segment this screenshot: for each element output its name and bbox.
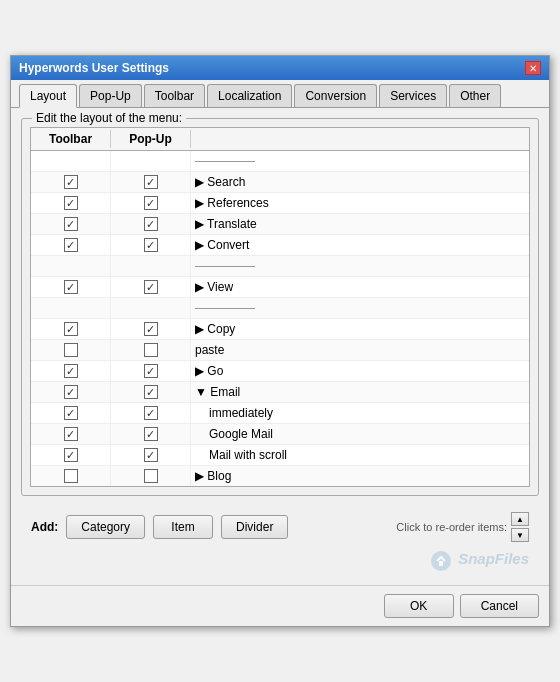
cell-item: ▶ Translate: [191, 216, 529, 232]
cell-popup[interactable]: [111, 193, 191, 213]
toolbar-checkbox[interactable]: [64, 175, 78, 189]
popup-checkbox[interactable]: [144, 196, 158, 210]
cell-toolbar[interactable]: [31, 424, 111, 444]
cell-popup[interactable]: [111, 403, 191, 423]
category-button[interactable]: Category: [66, 515, 145, 539]
cell-popup[interactable]: [111, 298, 191, 318]
popup-checkbox[interactable]: [144, 448, 158, 462]
cell-popup[interactable]: [111, 277, 191, 297]
item-button[interactable]: Item: [153, 515, 213, 539]
item-divider: [195, 308, 255, 309]
popup-checkbox[interactable]: [144, 343, 158, 357]
ok-button[interactable]: OK: [384, 594, 454, 618]
cell-toolbar[interactable]: [31, 256, 111, 276]
cell-popup[interactable]: [111, 466, 191, 486]
cell-toolbar[interactable]: [31, 445, 111, 465]
cell-item: paste: [191, 342, 529, 358]
cell-popup[interactable]: [111, 151, 191, 171]
toolbar-checkbox[interactable]: [64, 406, 78, 420]
item-label: ▶ View: [195, 280, 233, 294]
toolbar-checkbox[interactable]: [64, 343, 78, 357]
tab-conversion[interactable]: Conversion: [294, 84, 377, 107]
table-row: ▶ Convert: [31, 235, 529, 256]
tab-layout[interactable]: Layout: [19, 84, 77, 108]
toolbar-checkbox[interactable]: [64, 238, 78, 252]
popup-checkbox[interactable]: [144, 385, 158, 399]
toolbar-checkbox[interactable]: [64, 427, 78, 441]
cell-popup[interactable]: [111, 340, 191, 360]
cell-popup[interactable]: [111, 214, 191, 234]
cell-popup[interactable]: [111, 382, 191, 402]
cell-toolbar[interactable]: [31, 361, 111, 381]
reorder-up-button[interactable]: ▲: [511, 512, 529, 526]
popup-checkbox[interactable]: [144, 280, 158, 294]
toolbar-checkbox[interactable]: [64, 364, 78, 378]
popup-checkbox[interactable]: [144, 364, 158, 378]
cell-item: ▶ Search: [191, 174, 529, 190]
tab-services[interactable]: Services: [379, 84, 447, 107]
cell-popup[interactable]: [111, 256, 191, 276]
item-label: ▶ Copy: [195, 322, 235, 336]
cell-toolbar[interactable]: [31, 193, 111, 213]
cell-toolbar[interactable]: [31, 277, 111, 297]
popup-checkbox[interactable]: [144, 217, 158, 231]
table-row: ▶ Translate: [31, 214, 529, 235]
cell-toolbar[interactable]: [31, 235, 111, 255]
reorder-down-button[interactable]: ▼: [511, 528, 529, 542]
item-label: paste: [195, 343, 224, 357]
table-row: ▶ Copy: [31, 319, 529, 340]
reorder-area: Click to re-order items: ▲ ▼: [396, 512, 529, 542]
popup-checkbox[interactable]: [144, 406, 158, 420]
popup-checkbox[interactable]: [144, 175, 158, 189]
group-box: Edit the layout of the menu: Toolbar Pop…: [21, 118, 539, 496]
divider-button[interactable]: Divider: [221, 515, 288, 539]
cell-popup[interactable]: [111, 361, 191, 381]
item-label: immediately: [195, 406, 273, 420]
toolbar-checkbox[interactable]: [64, 322, 78, 336]
header-popup: Pop-Up: [111, 130, 191, 148]
cell-toolbar[interactable]: [31, 403, 111, 423]
cell-popup[interactable]: [111, 319, 191, 339]
toolbar-checkbox[interactable]: [64, 196, 78, 210]
popup-checkbox[interactable]: [144, 469, 158, 483]
cell-popup[interactable]: [111, 424, 191, 444]
cell-toolbar[interactable]: [31, 172, 111, 192]
toolbar-checkbox[interactable]: [64, 217, 78, 231]
tab-toolbar[interactable]: Toolbar: [144, 84, 205, 107]
cell-toolbar[interactable]: [31, 340, 111, 360]
svg-rect-1: [439, 561, 443, 566]
cancel-button[interactable]: Cancel: [460, 594, 539, 618]
toolbar-checkbox[interactable]: [64, 280, 78, 294]
cell-popup[interactable]: [111, 445, 191, 465]
snapfiles-text: SnapFiles: [458, 550, 529, 567]
cell-toolbar[interactable]: [31, 214, 111, 234]
popup-checkbox[interactable]: [144, 427, 158, 441]
cell-toolbar[interactable]: [31, 151, 111, 171]
table-row: ▶ Go: [31, 361, 529, 382]
reorder-buttons: ▲ ▼: [511, 512, 529, 542]
item-label: Google Mail: [195, 427, 273, 441]
toolbar-checkbox[interactable]: [64, 385, 78, 399]
table-body[interactable]: ▶ Search▶ References▶ Translate▶ Convert…: [31, 151, 529, 486]
item-label: Mail with scroll: [195, 448, 287, 462]
tab-other[interactable]: Other: [449, 84, 501, 107]
group-legend: Edit the layout of the menu:: [32, 111, 186, 125]
cell-item: ▶ Go: [191, 363, 529, 379]
close-button[interactable]: ✕: [525, 61, 541, 75]
cell-item: Mail with scroll: [191, 447, 529, 463]
toolbar-checkbox[interactable]: [64, 469, 78, 483]
popup-checkbox[interactable]: [144, 322, 158, 336]
cell-popup[interactable]: [111, 235, 191, 255]
table-row: ▶ Search: [31, 172, 529, 193]
cell-item: [191, 158, 529, 165]
cell-toolbar[interactable]: [31, 298, 111, 318]
cell-toolbar[interactable]: [31, 382, 111, 402]
tab-popup[interactable]: Pop-Up: [79, 84, 142, 107]
toolbar-checkbox[interactable]: [64, 448, 78, 462]
popup-checkbox[interactable]: [144, 238, 158, 252]
cell-toolbar[interactable]: [31, 319, 111, 339]
tab-localization[interactable]: Localization: [207, 84, 292, 107]
add-label: Add:: [31, 520, 58, 534]
cell-popup[interactable]: [111, 172, 191, 192]
cell-toolbar[interactable]: [31, 466, 111, 486]
